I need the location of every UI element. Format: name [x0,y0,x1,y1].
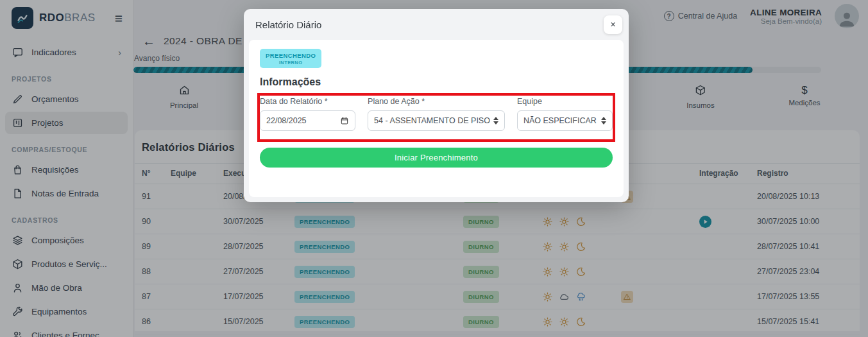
select-spinner-icon [493,117,498,125]
modal-header: Relatório Diário × [244,9,629,40]
field-data-relatorio: Data do Relatório * 22/08/2025 [260,97,355,131]
close-icon[interactable]: × [604,15,622,34]
field-plano-acao: Plano de Ação * 54 - ASSENTAMENTO DE PIS… [368,97,505,131]
section-title: Informações [260,76,613,88]
modal-title: Relatório Diário [255,19,321,30]
modal-body: PREENCHENDO INTERNO Informações Data do … [249,40,624,197]
select-spinner-icon [601,117,606,125]
report-date-input[interactable]: 22/08/2025 [260,110,355,131]
action-plan-select[interactable]: 54 - ASSENTAMENTO DE PISO [368,110,505,131]
fields-row: Data do Relatório * 22/08/2025 Plano de … [260,97,613,131]
calendar-icon [340,116,349,125]
status-badge: PREENCHENDO INTERNO [260,49,321,68]
team-select[interactable]: NÃO ESPECIFICAR [517,110,613,131]
daily-report-modal: Relatório Diário × PREENCHENDO INTERNO I… [244,9,629,202]
field-equipe: Equipe NÃO ESPECIFICAR [517,97,613,131]
start-filling-button[interactable]: Iniciar Preenchimento [260,148,613,168]
